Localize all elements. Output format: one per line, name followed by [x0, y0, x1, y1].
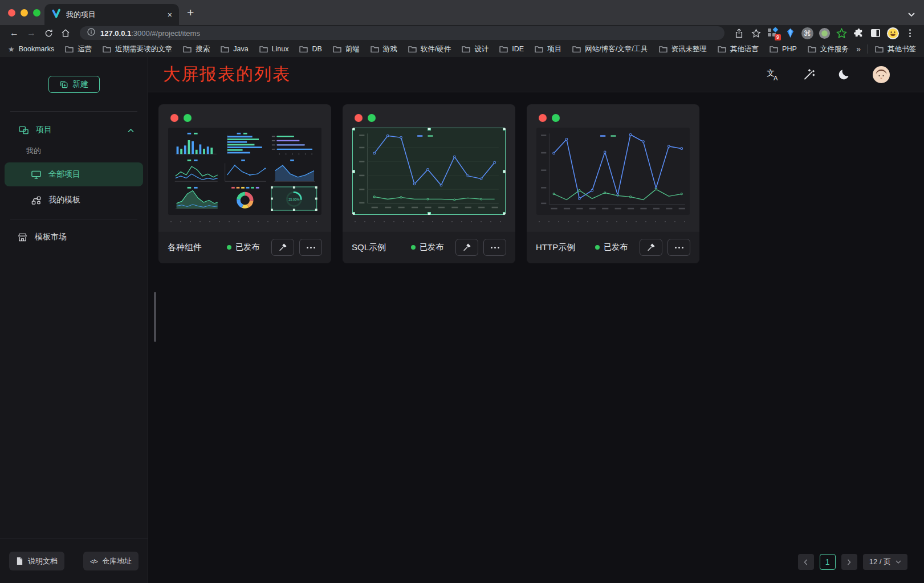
selection-handle[interactable]	[503, 170, 506, 173]
extensions-puzzle-icon[interactable]	[850, 28, 867, 39]
tab-close-icon[interactable]: ×	[168, 10, 172, 19]
sidebar: 新建 项目 我的 全部项目	[0, 57, 148, 583]
template-flow-icon	[31, 195, 42, 205]
bookmark-folder[interactable]: IDE	[499, 45, 524, 53]
bookmark-star-button[interactable]	[747, 28, 764, 38]
bookmark-folder[interactable]: DB	[299, 45, 321, 53]
bookmarks-overflow-button[interactable]: »	[856, 44, 861, 54]
user-avatar[interactable]	[873, 66, 890, 83]
selection-handle[interactable]	[352, 212, 355, 215]
project-title: SQL示例	[352, 242, 386, 253]
more-actions-button[interactable]	[667, 239, 690, 256]
bookmarks-divider	[868, 44, 868, 54]
zoom-window-button[interactable]	[33, 9, 40, 17]
bookmark-folder[interactable]: 搜索	[183, 44, 210, 54]
tab-strip: 我的项目 × +	[0, 0, 924, 25]
close-window-button[interactable]	[8, 9, 15, 17]
bookmark-folder[interactable]: Linux	[259, 45, 289, 53]
sidebar-group-project[interactable]: 项目	[0, 119, 148, 141]
bookmark-folder[interactable]: 网站/博客/文章/工具	[572, 44, 648, 54]
magic-wand-icon[interactable]	[803, 68, 815, 81]
mini-bar-chart	[172, 132, 219, 156]
browser-tab[interactable]: 我的项目 ×	[44, 4, 179, 25]
back-button[interactable]: ←	[6, 28, 23, 38]
docs-label: 说明文档	[28, 556, 58, 566]
selection-handle[interactable]	[428, 128, 431, 131]
browser-menu-icon[interactable]	[901, 29, 918, 37]
side-panel-icon[interactable]	[867, 28, 884, 38]
minimize-window-button[interactable]	[21, 9, 28, 17]
project-preview-thumbnail[interactable]: 25.00%	[168, 128, 321, 215]
new-tab-button[interactable]: +	[187, 6, 194, 19]
bookmark-folder[interactable]: 项目	[535, 44, 561, 54]
selection-handle[interactable]	[352, 128, 355, 131]
extension-grid-icon[interactable]: 9	[764, 27, 781, 39]
selection-handle[interactable]	[428, 212, 431, 215]
bookmark-folder[interactable]: 软件/硬件	[408, 44, 451, 54]
profile-avatar-icon[interactable]	[884, 27, 901, 40]
sidebar-item-template-market[interactable]: 模板市场	[5, 225, 143, 249]
bookmarks-bar: ★Bookmarks 运营 近期需要读的文章 搜索 Java Linux DB …	[0, 41, 924, 57]
address-bar[interactable]: 127.0.0.1:3000/#/project/items	[80, 26, 724, 40]
reload-button[interactable]	[40, 29, 57, 38]
extension-command-icon[interactable]: ⌘	[799, 27, 816, 39]
edit-project-button[interactable]	[640, 239, 662, 256]
bookmark-folder[interactable]: 前端	[333, 44, 360, 54]
scrollbar-thumb[interactable]	[154, 292, 156, 342]
header-actions: 文 A	[766, 66, 890, 83]
page-size-select[interactable]: 12 / 页	[863, 554, 907, 570]
svg-text:A: A	[774, 75, 778, 81]
project-preview-thumbnail[interactable]	[536, 128, 690, 215]
bookmark-folder[interactable]: PHP	[770, 45, 797, 53]
project-preview-thumbnail[interactable]	[352, 128, 506, 215]
extension-blue-gem-icon[interactable]	[781, 28, 799, 39]
dark-mode-moon-icon[interactable]	[838, 68, 850, 80]
card-footer: 各种组件 已发布	[158, 231, 331, 263]
app-window: 新建 项目 我的 全部项目	[0, 57, 924, 583]
edit-project-button[interactable]	[455, 239, 478, 256]
home-button[interactable]	[57, 28, 74, 38]
mini-dual-line-chart	[172, 159, 219, 184]
bookmark-folder[interactable]: 其他语言	[718, 44, 759, 54]
edit-project-button[interactable]	[271, 239, 294, 256]
extension-green-star-icon[interactable]	[833, 28, 850, 39]
extension-badge: 9	[775, 34, 781, 40]
tab-search-chevron-icon[interactable]	[908, 9, 915, 19]
extension-record-icon[interactable]	[816, 27, 833, 39]
bookmark-folder[interactable]: 近期需要读的文章	[103, 44, 172, 54]
repo-button[interactable]: </> 仓库地址	[83, 552, 139, 570]
bookmark-folder[interactable]: 文件服务器	[808, 44, 849, 54]
document-icon	[16, 557, 23, 565]
card-red-dot	[170, 114, 178, 122]
docs-button[interactable]: 说明文档	[9, 552, 64, 570]
more-actions-button[interactable]	[483, 239, 506, 256]
current-page-button[interactable]: 1	[820, 554, 836, 570]
bookmark-item[interactable]: ★Bookmarks	[8, 45, 54, 54]
share-button[interactable]	[730, 28, 747, 38]
prev-page-button[interactable]	[798, 554, 814, 570]
chevron-up-icon[interactable]	[128, 125, 134, 134]
site-info-icon[interactable]	[87, 28, 95, 38]
hammer-icon	[278, 243, 287, 252]
ellipsis-icon	[675, 247, 683, 248]
sidebar-item-all-projects[interactable]: 全部项目	[5, 162, 143, 186]
more-actions-button[interactable]	[299, 239, 322, 256]
selection-handle[interactable]	[352, 170, 355, 173]
language-translate-icon[interactable]: 文 A	[766, 68, 780, 81]
forward-button[interactable]: →	[23, 28, 40, 38]
selection-handle[interactable]	[503, 128, 506, 131]
bookmark-folder[interactable]: 资讯未整理	[659, 44, 707, 54]
status-label: 已发布	[420, 242, 443, 252]
next-page-button[interactable]	[841, 554, 857, 570]
bookmark-folder[interactable]: Java	[221, 45, 248, 53]
ellipsis-icon	[491, 247, 499, 248]
bookmark-folder[interactable]: 设计	[462, 44, 489, 54]
other-bookmarks-folder[interactable]: 其他书签	[875, 44, 916, 54]
bookmark-folder[interactable]: 运营	[65, 44, 92, 54]
bookmark-folder[interactable]: 游戏	[371, 44, 397, 54]
sidebar-divider	[10, 111, 137, 112]
selection-handle[interactable]	[503, 212, 506, 215]
new-project-button[interactable]: 新建	[48, 76, 100, 93]
sidebar-item-my-templates[interactable]: 我的模板	[5, 188, 143, 212]
folder-icon	[221, 46, 229, 52]
